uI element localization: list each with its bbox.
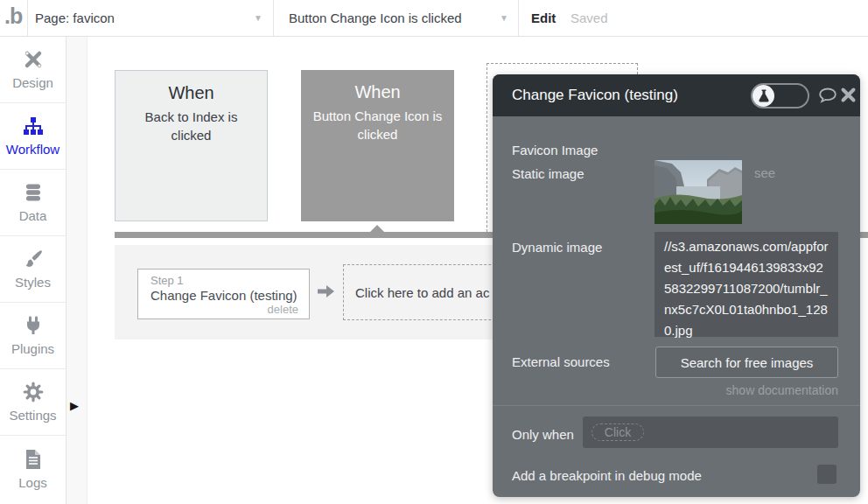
workflow-event-button-change-icon[interactable]: When Button Change Icon is clicked [301,70,454,221]
event-subtitle: Back to Index is clicked [116,108,267,144]
search-free-images-button[interactable]: Search for free images [655,346,838,378]
debug-flask-icon [752,85,774,107]
sidebar-item-label: Design [12,75,53,90]
canvas-gutter [66,37,88,504]
show-documentation-link[interactable]: show documentation [726,383,838,397]
sidebar-item-label: Styles [15,275,51,290]
only-when-placeholder[interactable]: Click [592,424,644,441]
sidebar-item-styles[interactable]: Styles [0,236,66,303]
popup-header[interactable]: Change Favicon (testing) [493,74,860,116]
data-icon [23,182,44,203]
sidebar-item-logs[interactable]: Logs [0,436,66,502]
step-number: Step 1 [150,274,298,287]
sidebar-item-design[interactable]: Design [0,37,66,103]
styles-icon [23,248,44,270]
sidebar-item-settings[interactable]: Settings [0,369,66,436]
design-icon [23,49,44,70]
sidebar-item-workflow[interactable]: Workflow [0,103,66,170]
sidebar-item-label: Plugins [11,341,54,356]
dynamic-image-label: Dynamic image [512,240,602,255]
logs-icon [24,449,43,470]
workflow-selector[interactable]: Button Change Icon is clicked [289,10,462,25]
add-action-label: Click here to add an ac [355,285,489,300]
chevron-down-icon[interactable]: ▼ [254,13,262,23]
event-subtitle: Button Change Icon is clicked [301,107,454,144]
debug-toggle[interactable] [751,83,809,108]
sidebar-item-plugins[interactable]: Plugins [0,303,66,369]
divider [27,0,28,36]
only-when-label: Only when [512,427,574,442]
dynamic-image-input[interactable]: //s3.amazonaws.com/appforest_uf/f1619446… [654,232,838,337]
next-step-arrow-icon [318,284,335,302]
static-image-thumbnail[interactable] [654,160,742,224]
divider [273,0,274,36]
edit-mode-button[interactable]: Edit [531,10,556,25]
chevron-down-icon[interactable]: ▼ [500,13,508,23]
breakpoint-checkbox[interactable] [817,465,836,484]
divider [493,405,860,406]
step-action-title: Change Favicon (testing) [150,288,298,303]
popup-title: Change Favicon (testing) [512,87,678,104]
close-icon[interactable] [840,87,857,107]
plugins-icon [23,315,44,336]
breakpoint-label: Add a breakpoint in debug mode [512,468,702,483]
sidebar-item-data[interactable]: Data [0,170,66,236]
saved-status: Saved [570,10,608,25]
bubble-logo: .b [4,4,22,29]
top-bar: .b Page: favicon ▼ Button Change Icon is… [0,0,868,37]
step-delete-link[interactable]: delete [150,303,298,316]
event-title: When [116,83,267,103]
sidebar-item-label: Logs [18,475,47,490]
static-image-note: see [754,165,775,180]
favicon-image-section-label: Favicon Image [512,143,598,158]
comment-icon[interactable] [817,85,838,109]
expand-panel-arrow-icon[interactable]: ▶ [70,399,79,412]
sidebar-item-label: Data [19,208,47,223]
workflow-event-back-to-index[interactable]: When Back to Index is clicked [115,70,268,221]
event-title: When [301,82,454,102]
sidebar-item-label: Settings [9,408,56,423]
workflow-icon [23,116,44,136]
step-1-card[interactable]: Step 1 Change Favicon (testing) delete [137,269,310,319]
timeline-pointer-triangle [369,225,385,233]
settings-icon [23,382,44,402]
divider [518,0,519,36]
action-properties-popup: Change Favicon (testing) Favicon Image S… [493,74,860,497]
external-sources-label: External sources [512,354,610,369]
sidebar-item-label: Workflow [6,142,60,157]
only-when-input[interactable]: Click [583,416,838,448]
static-image-label: Static image [512,166,584,181]
page-selector[interactable]: Page: favicon [35,10,115,25]
left-sidebar: Design Workflow Data Styles Plugins Sett… [0,37,66,504]
